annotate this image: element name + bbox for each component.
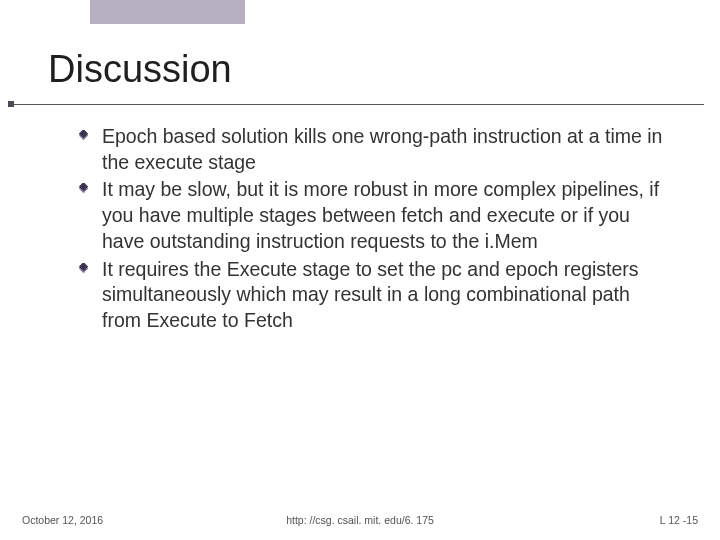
bullet-text: It may be slow, but it is more robust in… [102,178,659,251]
list-item: Epoch based solution kills one wrong-pat… [78,124,672,175]
footer-url: http: //csg. csail. mit. edu/6. 175 [0,514,720,526]
diamond-bullet-icon [78,183,89,194]
diamond-bullet-icon [78,263,89,274]
list-item: It may be slow, but it is more robust in… [78,177,672,254]
svg-rect-5 [79,263,88,271]
accent-block [90,0,245,24]
svg-rect-3 [79,183,88,191]
list-item: It requires the Execute stage to set the… [78,257,672,334]
bullet-text: Epoch based solution kills one wrong-pat… [102,125,662,173]
bullet-text: It requires the Execute stage to set the… [102,258,639,331]
bullet-list: Epoch based solution kills one wrong-pat… [78,124,672,336]
footer-slide-number: L 12 -15 [660,514,698,526]
slide-footer: October 12, 2016 http: //csg. csail. mit… [0,508,720,526]
svg-rect-1 [79,130,88,138]
slide-title: Discussion [48,48,232,91]
diamond-bullet-icon [78,130,89,141]
title-divider [14,104,704,105]
